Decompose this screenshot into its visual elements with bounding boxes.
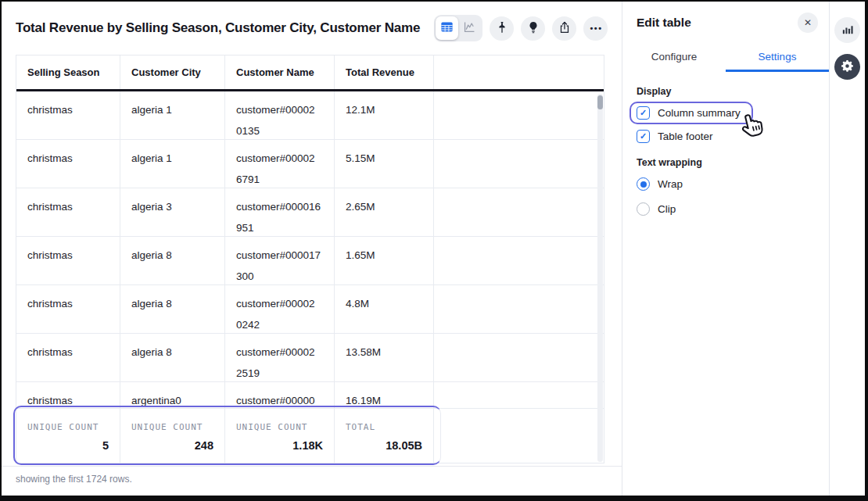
checkbox-label: Table footer [658, 131, 713, 142]
summary-label: TOTAL [346, 422, 375, 432]
summary-cell: TOTAL 18.05B [335, 409, 434, 463]
scrollbar-thumb[interactable] [597, 95, 603, 109]
cell-empty [434, 188, 604, 236]
table-row[interactable]: christmas algeria 8 customer#000020242 4… [16, 285, 604, 334]
app-window: Total Revenue by Selling Season, Custome… [0, 0, 868, 501]
cell-customer-name: customer#000017300 [225, 237, 335, 284]
table-header-row: Selling Season Customer City Customer Na… [16, 55, 604, 91]
table-row[interactable]: christmas argentina0 customer#00000 16.1… [16, 382, 604, 408]
cell-empty [434, 285, 604, 333]
summary-value: 18.05B [346, 439, 422, 452]
cell-customer-city: argentina0 [120, 382, 225, 408]
summary-cell: UNIQUE COUNT 1.18K [225, 409, 335, 463]
gear-icon [840, 59, 855, 76]
cell-total-revenue: 4.8M [335, 285, 434, 333]
table-view-button[interactable] [436, 16, 458, 40]
summary-label: UNIQUE COUNT [236, 422, 307, 432]
cell-selling-season: christmas [16, 91, 120, 139]
close-panel-button[interactable]: ✕ [798, 13, 818, 33]
line-chart-icon [462, 20, 477, 38]
explore-button[interactable] [521, 16, 545, 41]
cell-total-revenue: 12.1M [335, 91, 434, 139]
chart-view-button[interactable] [458, 16, 481, 40]
right-rail [829, 2, 865, 496]
column-summary-row: UNIQUE COUNT 5 UNIQUE COUNT 248 UNIQUE C… [16, 408, 604, 463]
edit-table-panel: Edit table ✕ Configure Settings Display … [622, 2, 829, 496]
element-toolbar: ••• [434, 15, 608, 41]
radio-label: Wrap [658, 178, 683, 190]
summary-cell-empty [434, 409, 604, 463]
cell-empty [434, 140, 604, 188]
cell-customer-city: algeria 8 [120, 237, 225, 284]
pin-icon [495, 20, 509, 37]
settings-gear-button[interactable] [834, 54, 860, 80]
cell-customer-name: customer#000022519 [225, 334, 335, 381]
cell-total-revenue: 2.65M [335, 188, 434, 236]
share-icon [558, 20, 572, 37]
cell-customer-name: customer#000016951 [225, 188, 335, 236]
tab-configure[interactable]: Configure [622, 44, 726, 72]
page-title: Total Revenue by Selling Season, Custome… [16, 20, 420, 36]
cell-customer-city: algeria 8 [120, 285, 225, 333]
cell-selling-season: christmas [16, 334, 120, 381]
cell-selling-season: christmas [16, 140, 120, 188]
checkbox-checked-icon: ✓ [637, 130, 650, 143]
cell-customer-city: algeria 8 [120, 334, 225, 381]
table-row[interactable]: christmas algeria 1 customer#000020135 1… [16, 91, 604, 140]
column-header-customer-name[interactable]: Customer Name [225, 55, 335, 89]
radio-label: Clip [658, 203, 676, 215]
checkbox-checked-icon: ✓ [637, 106, 650, 120]
cell-empty [434, 91, 604, 139]
cell-customer-city: algeria 1 [120, 140, 225, 188]
cell-selling-season: christmas [16, 188, 120, 236]
cell-total-revenue: 16.19M [335, 382, 434, 408]
table-body: christmas algeria 1 customer#000020135 1… [16, 91, 604, 408]
view-toggle [434, 15, 482, 41]
cell-total-revenue: 5.15M [335, 140, 434, 188]
table-row[interactable]: christmas algeria 8 customer#000017300 1… [16, 237, 604, 285]
cell-customer-name: customer#000020135 [225, 91, 335, 139]
radio-unselected-icon [637, 202, 650, 216]
pin-button[interactable] [490, 16, 514, 41]
ellipsis-icon: ••• [588, 23, 602, 33]
column-header-selling-season[interactable]: Selling Season [16, 55, 120, 89]
panel-header: Edit table ✕ [622, 2, 829, 36]
summary-value: 1.18K [236, 439, 323, 452]
column-header-empty[interactable] [434, 55, 604, 89]
wrap-radio[interactable]: Wrap [637, 177, 683, 191]
element-header: Total Revenue by Selling Season, Custome… [2, 2, 622, 55]
element-panel-button[interactable] [834, 17, 860, 43]
share-button[interactable] [552, 16, 576, 41]
lightbulb-icon [526, 20, 540, 37]
cell-customer-name: customer#00000 [225, 382, 335, 408]
clip-radio[interactable]: Clip [637, 202, 676, 216]
tab-settings[interactable]: Settings [726, 44, 829, 72]
column-header-customer-city[interactable]: Customer City [120, 55, 225, 89]
cell-customer-name: customer#000020242 [225, 285, 335, 333]
summary-label: UNIQUE COUNT [27, 422, 99, 432]
table-scrollbar[interactable] [597, 94, 603, 462]
cell-total-revenue: 13.58M [335, 334, 434, 381]
table-row[interactable]: christmas algeria 8 customer#000022519 1… [16, 334, 604, 382]
close-icon: ✕ [804, 17, 812, 28]
table-footer-checkbox[interactable]: ✓ Table footer [637, 130, 713, 143]
cell-selling-season: christmas [16, 285, 120, 333]
column-summary-checkbox[interactable]: ✓ Column summary [637, 106, 741, 120]
more-options-button[interactable]: ••• [583, 16, 608, 41]
cell-customer-city: algeria 1 [120, 91, 225, 139]
row-count-text: showing the first 1724 rows. [16, 474, 132, 485]
column-header-total-revenue[interactable]: Total Revenue [335, 55, 434, 89]
data-table: Selling Season Customer City Customer Na… [16, 55, 604, 463]
text-wrapping-heading: Text wrapping [637, 157, 815, 168]
cell-selling-season: christmas [16, 382, 120, 408]
cell-total-revenue: 1.65M [335, 237, 434, 284]
bar-chart-icon [841, 23, 854, 38]
table-row[interactable]: christmas algeria 3 customer#000016951 2… [16, 188, 604, 237]
display-heading: Display [637, 86, 815, 97]
workbook-canvas: Total Revenue by Selling Season, Custome… [2, 2, 622, 496]
summary-label: UNIQUE COUNT [131, 422, 203, 432]
summary-cell: UNIQUE COUNT 248 [120, 409, 225, 463]
table-row[interactable]: christmas algeria 1 customer#000026791 5… [16, 140, 604, 188]
panel-title: Edit table [637, 16, 691, 30]
cell-empty [434, 334, 604, 381]
